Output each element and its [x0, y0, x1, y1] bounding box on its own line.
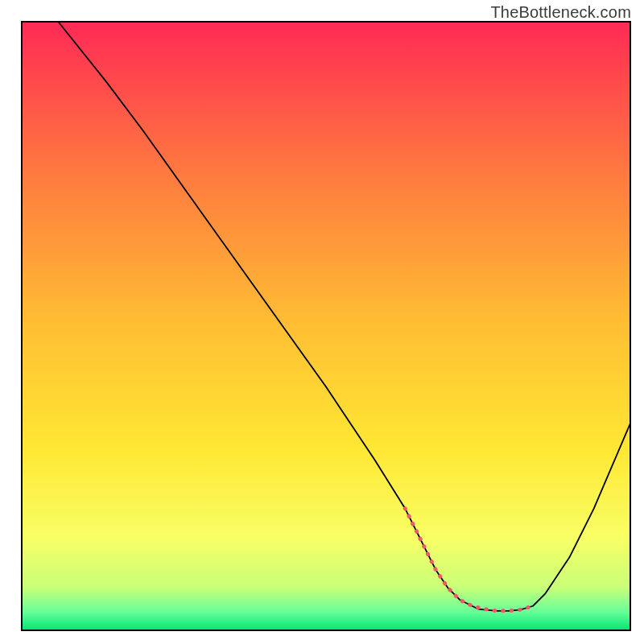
chart-container: TheBottleneck.com	[0, 0, 644, 644]
gradient-background	[22, 22, 630, 630]
chart-svg	[0, 0, 644, 644]
attribution-label: TheBottleneck.com	[490, 3, 631, 22]
